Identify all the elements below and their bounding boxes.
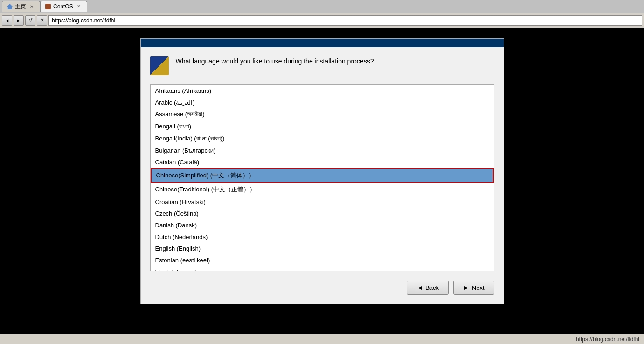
list-item[interactable]: Danish (Dansk) [151,219,494,231]
list-item-selected[interactable]: Chinese(Simplified) (中文（简体）） [151,168,494,183]
list-item[interactable]: Assamese (অসমীয়া) [151,108,494,120]
list-item[interactable]: Catalan (Català) [151,156,494,168]
list-item[interactable]: Estonian (eesti keel) [151,254,494,266]
tab-centos-label: CentOS [53,3,73,10]
stop-button[interactable]: ✕ [37,15,47,26]
tab-home-label: 主页 [15,3,26,11]
home-tab-icon [7,4,13,9]
tab-home-close[interactable]: ✕ [28,3,35,10]
back-button[interactable]: ◄ [2,15,12,26]
list-item[interactable]: Arabic (العربية) [151,97,494,108]
status-url: https://blog.csdn.net/lfdfhl [576,336,639,343]
list-item[interactable]: Bulgarian (Български) [151,145,494,156]
forward-button[interactable]: ► [14,15,24,26]
list-item[interactable]: Bengali(India) (বাংলা (ভারত)) [151,133,494,145]
nav-bar: ◄ ► ↺ ✕ [0,13,644,28]
installer-body: What language would you like to use duri… [141,47,504,304]
installer-dialog: What language would you like to use duri… [140,38,504,304]
installer-question: What language would you like to use duri… [176,56,374,66]
installer-header-bar [141,39,504,47]
language-list-container[interactable]: Afrikaans (Afrikaans) Arabic (العربية) A… [150,84,494,271]
list-item[interactable]: Bengali (বাংলা) [151,120,494,133]
list-item[interactable]: Dutch (Nederlands) [151,231,494,243]
tab-bar: 主页 ✕ CentOS ✕ [0,0,644,13]
tab-home[interactable]: 主页 ✕ [2,1,40,12]
list-item[interactable]: Afrikaans (Afrikaans) [151,85,494,97]
next-button[interactable]: ► Next [453,281,494,295]
list-item[interactable]: Czech (Čeština) [151,208,494,219]
back-button[interactable]: ◄ Back [407,281,449,295]
list-item[interactable]: Chinese(Traditional) (中文（正體）） [151,183,494,196]
tab-centos-close[interactable]: ✕ [76,3,82,10]
status-bar: https://blog.csdn.net/lfdfhl [0,334,644,344]
main-content: What language would you like to use duri… [0,29,644,344]
back-label: Back [425,284,439,291]
address-bar[interactable] [48,15,642,26]
next-label: Next [472,284,485,291]
language-list: Afrikaans (Afrikaans) Arabic (العربية) A… [151,85,494,271]
installer-logo-section: What language would you like to use duri… [150,56,494,75]
next-icon: ► [463,284,470,291]
browser-chrome: 主页 ✕ CentOS ✕ ◄ ► ↺ ✕ [0,0,644,28]
refresh-button[interactable]: ↺ [25,15,35,26]
list-item[interactable]: Finnish (suomi) [151,266,494,271]
installer-buttons: ◄ Back ► Next [150,281,494,295]
centos-tab-icon [45,4,51,9]
back-icon: ◄ [416,284,423,291]
installer-logo-icon [150,56,169,75]
list-item[interactable]: Croatian (Hrvatski) [151,196,494,208]
tab-centos[interactable]: CentOS ✕ [40,1,87,12]
list-item[interactable]: English (English) [151,243,494,254]
